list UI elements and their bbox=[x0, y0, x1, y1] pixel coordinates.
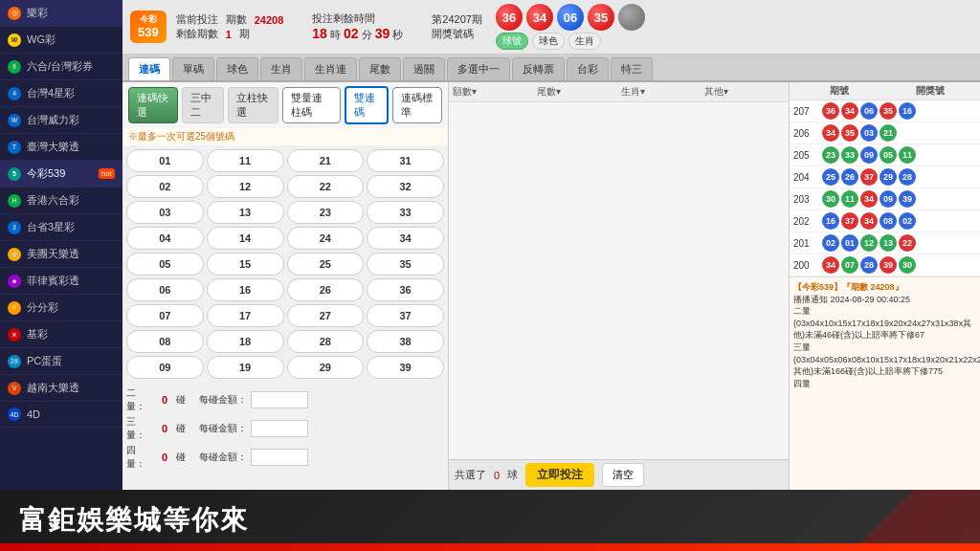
ball-tab-number[interactable]: 球號 bbox=[496, 33, 528, 50]
sub-tab-0[interactable]: 連碼快選 bbox=[128, 87, 178, 123]
num-btn-23[interactable]: 23 bbox=[287, 201, 365, 224]
stats-ball: 11 bbox=[841, 190, 858, 208]
tab-9[interactable]: 台彩 bbox=[567, 57, 609, 80]
stats-period-201: 201 bbox=[793, 238, 822, 249]
num-btn-31[interactable]: 31 bbox=[367, 149, 444, 172]
sidebar-item-jc539[interactable]: 5 今彩539 hot bbox=[0, 161, 122, 187]
num-btn-38[interactable]: 38 bbox=[367, 330, 444, 353]
sub-tab-extra-0[interactable]: 雙量連柱碼 bbox=[282, 87, 341, 123]
sidebar-item-pc[interactable]: 28 PC蛋蛋 bbox=[0, 348, 122, 375]
sidebar-item-wg[interactable]: W WG彩 bbox=[0, 27, 122, 54]
ball-tab-color[interactable]: 球色 bbox=[532, 33, 565, 50]
num-btn-15[interactable]: 15 bbox=[207, 253, 284, 276]
sidebar-item-vn[interactable]: V 越南大樂透 bbox=[0, 375, 122, 402]
sidebar-item-hk6c[interactable]: H 香港六合彩 bbox=[0, 187, 122, 214]
bet-num-3: 0 bbox=[157, 423, 172, 434]
num-btn-03[interactable]: 03 bbox=[126, 201, 204, 224]
bet-input-4[interactable] bbox=[251, 449, 308, 466]
num-btn-32[interactable]: 32 bbox=[367, 175, 444, 198]
sub-tab-1[interactable]: 三中二 bbox=[182, 87, 224, 123]
clear-button[interactable]: 清空 bbox=[602, 463, 644, 487]
num-btn-18[interactable]: 18 bbox=[207, 330, 284, 353]
sidebar-item-twwl[interactable]: W 台灣威力彩 bbox=[0, 107, 122, 134]
tab-5[interactable]: 尾數 bbox=[359, 57, 401, 80]
sidebar-item-twbig[interactable]: T 臺灣大樂透 bbox=[0, 134, 122, 161]
tab-8[interactable]: 反轉票 bbox=[512, 57, 565, 80]
stats-row-200: 2003407283930 bbox=[790, 254, 980, 276]
num-btn-39[interactable]: 39 bbox=[367, 356, 444, 379]
bet-col-header-other[interactable]: 其他▾ bbox=[704, 85, 785, 99]
bet-col-header-amount[interactable]: 額數▾ bbox=[453, 85, 533, 99]
sub-tabs: 連碼快選 三中二 立柱快選 雙量連柱碼 雙連碼 連碼標準 bbox=[122, 82, 448, 128]
num-btn-33[interactable]: 33 bbox=[367, 201, 444, 224]
stats-balls-201: 0201121322 bbox=[822, 234, 976, 252]
num-btn-19[interactable]: 19 bbox=[207, 356, 284, 379]
tab-7[interactable]: 多選中一 bbox=[447, 57, 510, 80]
tab-10[interactable]: 特三 bbox=[611, 57, 653, 80]
tab-0[interactable]: 連碼 bbox=[128, 57, 170, 80]
num-btn-16[interactable]: 16 bbox=[207, 278, 284, 301]
twwl-icon: W bbox=[8, 114, 21, 127]
sidebar-item-t4[interactable]: 4 台灣4星彩 bbox=[0, 80, 122, 107]
num-btn-13[interactable]: 13 bbox=[207, 201, 284, 224]
sub-tab-extra-1[interactable]: 雙連碼 bbox=[345, 86, 389, 124]
sidebar-item-uslotto[interactable]: ★ 美團天樂透 bbox=[0, 241, 122, 268]
num-btn-17[interactable]: 17 bbox=[207, 304, 284, 327]
num-btn-01[interactable]: 01 bbox=[126, 149, 204, 172]
sidebar-item-fen[interactable]: ⚡ 分分彩 bbox=[0, 295, 122, 321]
num-btn-34[interactable]: 34 bbox=[367, 227, 444, 250]
num-btn-14[interactable]: 14 bbox=[207, 227, 284, 250]
tab-2[interactable]: 球色 bbox=[216, 57, 258, 80]
sidebar-item-phlotto[interactable]: ● 菲律賓彩透 bbox=[0, 268, 122, 295]
num-btn-04[interactable]: 04 bbox=[126, 227, 204, 250]
sidebar-item-4d[interactable]: 4D 4D bbox=[0, 402, 122, 428]
bet-input-3[interactable] bbox=[251, 420, 308, 437]
num-btn-12[interactable]: 12 bbox=[207, 175, 284, 198]
bet-label-2: 二量： bbox=[126, 386, 153, 413]
stats-period-205: 205 bbox=[793, 150, 822, 161]
number-grid-section: 連碼快選 三中二 立柱快選 雙量連柱碼 雙連碼 連碼標準 ※最多一次可選25個號… bbox=[122, 82, 448, 490]
timer-unit-h: 時 bbox=[330, 29, 341, 40]
tab-1[interactable]: 單碼 bbox=[172, 57, 214, 80]
sidebar-item-lucky[interactable]: ◎ 樂彩 bbox=[0, 0, 122, 27]
num-btn-11[interactable]: 11 bbox=[207, 149, 284, 172]
sub-tab-2[interactable]: 立柱快選 bbox=[228, 87, 278, 123]
footer-unit: 球 bbox=[507, 468, 518, 482]
bet-options: 二量： 0 碰 每碰金額： 三量： 0 碰 每碰金額： bbox=[122, 383, 448, 474]
num-btn-25[interactable]: 25 bbox=[287, 253, 365, 276]
num-btn-07[interactable]: 07 bbox=[126, 304, 204, 327]
sidebar-item-hk6[interactable]: 6 六合/台灣彩券 bbox=[0, 54, 122, 80]
bet-input-2[interactable] bbox=[251, 391, 308, 408]
num-btn-08[interactable]: 08 bbox=[126, 330, 204, 353]
sidebar-label-hk6: 六合/台灣彩券 bbox=[27, 59, 93, 74]
num-btn-35[interactable]: 35 bbox=[367, 253, 444, 276]
num-btn-22[interactable]: 22 bbox=[287, 175, 365, 198]
sub-tab-extra-2[interactable]: 連碼標準 bbox=[392, 87, 442, 123]
tab-6[interactable]: 過關 bbox=[403, 57, 445, 80]
num-btn-27[interactable]: 27 bbox=[287, 304, 365, 327]
news-item: 播播通知 2024-08-29 00:40:25 bbox=[793, 294, 976, 306]
num-btn-24[interactable]: 24 bbox=[287, 227, 365, 250]
num-btn-36[interactable]: 36 bbox=[367, 278, 444, 301]
num-btn-26[interactable]: 26 bbox=[287, 278, 365, 301]
num-btn-09[interactable]: 09 bbox=[126, 356, 204, 379]
submit-button[interactable]: 立即投注 bbox=[525, 463, 594, 487]
tab-4[interactable]: 生肖連 bbox=[304, 57, 357, 80]
num-btn-06[interactable]: 06 bbox=[126, 278, 204, 301]
bet-col-header-tail[interactable]: 尾數▾ bbox=[537, 85, 617, 99]
num-btn-29[interactable]: 29 bbox=[287, 356, 365, 379]
sidebar-item-t3[interactable]: 3 台省3星彩 bbox=[0, 214, 122, 241]
header-info: 當前投注 期數 24208 剩餘期數 1 期 bbox=[176, 12, 284, 41]
bet-col-header-zodiac[interactable]: 生肖▾ bbox=[621, 85, 702, 99]
ball-tab-zodiac[interactable]: 生肖 bbox=[568, 33, 601, 50]
num-btn-05[interactable]: 05 bbox=[126, 253, 204, 276]
stats-ball: 23 bbox=[822, 146, 839, 164]
sidebar-item-ji[interactable]: × 基彩 bbox=[0, 321, 122, 348]
stats-rows: 2073634063516206343503212052333090511204… bbox=[790, 100, 980, 276]
num-btn-28[interactable]: 28 bbox=[287, 330, 365, 353]
num-btn-21[interactable]: 21 bbox=[287, 149, 365, 172]
num-btn-37[interactable]: 37 bbox=[367, 304, 444, 327]
tab-3[interactable]: 生肖 bbox=[260, 57, 302, 80]
sidebar-label-lucky: 樂彩 bbox=[27, 6, 48, 20]
num-btn-02[interactable]: 02 bbox=[126, 175, 204, 198]
